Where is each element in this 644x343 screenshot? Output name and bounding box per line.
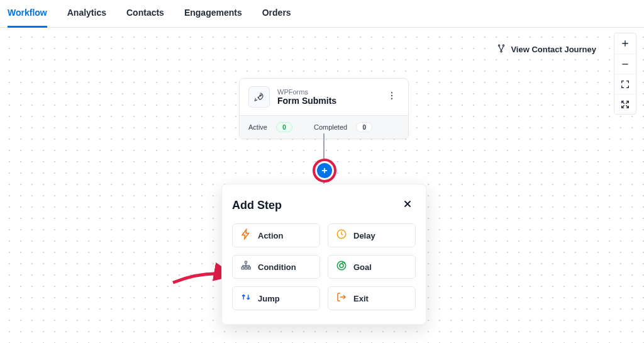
svg-point-5	[391, 95, 392, 96]
svg-point-8	[245, 261, 247, 263]
step-label: Delay	[353, 231, 375, 240]
svg-point-6	[391, 98, 392, 99]
journey-branch-icon	[497, 44, 506, 55]
step-label: Jump	[258, 294, 280, 303]
add-step-highlight	[313, 159, 336, 183]
expand-button[interactable]	[614, 74, 636, 94]
stat-active-label: Active	[248, 123, 267, 131]
jump-icon	[240, 291, 252, 305]
tab-workflow[interactable]: Workflow	[8, 0, 47, 28]
step-label: Condition	[258, 262, 296, 272]
stat-completed-label: Completed	[314, 123, 347, 131]
condition-icon	[240, 260, 252, 274]
stat-active-value: 0	[276, 122, 292, 132]
trigger-head: WPForms Form Submits	[240, 79, 408, 115]
svg-point-13	[340, 264, 343, 267]
svg-point-1	[503, 45, 504, 46]
step-option-jump[interactable]: Jump	[232, 286, 320, 310]
bolt-icon	[240, 228, 252, 242]
stat-completed-value: 0	[356, 122, 372, 132]
step-label: Action	[258, 231, 283, 240]
exit-icon	[336, 291, 347, 305]
target-icon	[336, 260, 347, 274]
tab-engagements[interactable]: Engagements	[184, 0, 242, 28]
nav-tabs: Workflow Analytics Contacts Engagements …	[0, 0, 644, 28]
trigger-menu-button[interactable]	[384, 88, 399, 106]
popover-title: Add Step	[232, 199, 282, 212]
svg-point-4	[391, 92, 392, 93]
step-label: Exit	[353, 294, 369, 303]
tab-orders[interactable]: Orders	[262, 0, 291, 28]
rocket-icon	[248, 86, 270, 108]
zoom-out-button[interactable]	[614, 53, 636, 74]
step-option-exit[interactable]: Exit	[328, 286, 416, 310]
trigger-node[interactable]: WPForms Form Submits Active 0 Completed …	[239, 78, 409, 139]
tab-contacts[interactable]: Contacts	[126, 0, 164, 28]
svg-point-2	[501, 51, 502, 52]
svg-point-0	[499, 45, 500, 46]
clock-icon	[336, 228, 347, 242]
step-option-condition[interactable]: Condition	[232, 255, 320, 279]
add-step-button[interactable]	[317, 163, 332, 178]
workflow-canvas[interactable]: View Contact Journey	[0, 28, 644, 343]
zoom-in-button[interactable]	[614, 33, 636, 53]
step-option-delay[interactable]: Delay	[328, 223, 416, 247]
journey-label: View Contact Journey	[511, 45, 596, 54]
trigger-title: Form Submits	[277, 96, 377, 106]
tab-analytics[interactable]: Analytics	[67, 0, 106, 28]
add-step-popover: Add Step Action Delay	[221, 184, 426, 325]
zoom-toolbox	[614, 33, 636, 115]
step-label: Goal	[353, 262, 372, 272]
fit-view-button[interactable]	[614, 94, 636, 114]
svg-rect-11	[248, 267, 250, 269]
trigger-provider: WPForms	[277, 88, 377, 96]
close-button[interactable]	[399, 196, 416, 215]
step-option-goal[interactable]: Goal	[328, 255, 416, 279]
view-contact-journey-button[interactable]: View Contact Journey	[493, 42, 600, 57]
svg-rect-9	[242, 267, 243, 269]
svg-rect-10	[245, 267, 247, 269]
step-option-action[interactable]: Action	[232, 223, 320, 247]
